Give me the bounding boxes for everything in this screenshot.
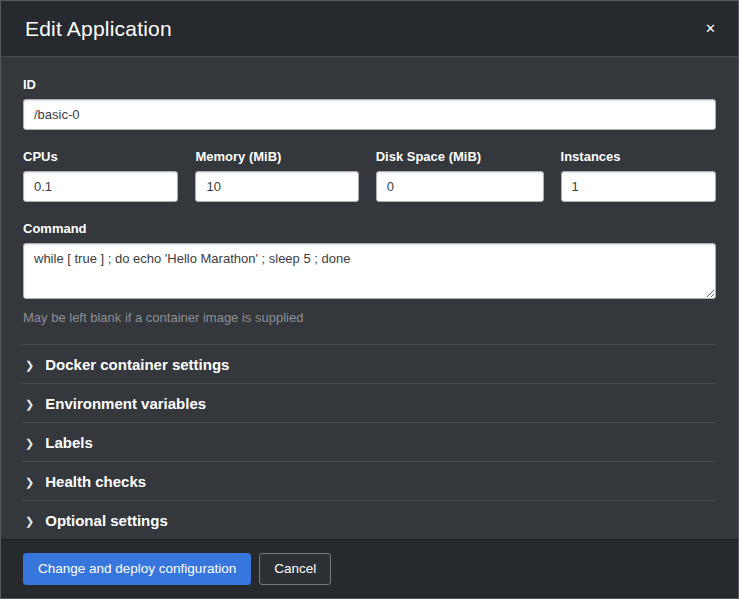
command-label: Command [23,221,716,236]
id-input[interactable] [23,99,716,130]
section-environment-variables[interactable]: ❯ Environment variables [23,383,716,422]
command-field-group: Command while [ true ] ; do echo 'Hello … [23,221,716,325]
memory-field-group: Memory (MiB) [195,149,358,202]
chevron-right-icon: ❯ [25,515,34,526]
section-label: Labels [45,434,93,451]
instances-field-group: Instances [561,149,716,202]
section-label: Health checks [45,473,146,490]
change-and-deploy-button[interactable]: Change and deploy configuration [23,553,251,585]
id-field-group: ID [23,77,716,130]
section-docker-container-settings[interactable]: ❯ Docker container settings [23,344,716,383]
chevron-right-icon: ❯ [25,437,34,448]
disk-label: Disk Space (MiB) [376,149,544,164]
collapsible-sections: ❯ Docker container settings ❯ Environmen… [23,344,716,539]
section-labels[interactable]: ❯ Labels [23,422,716,461]
id-label: ID [23,77,716,92]
cpus-input[interactable] [23,171,178,202]
cpus-label: CPUs [23,149,178,164]
command-textarea[interactable]: while [ true ] ; do echo 'Hello Marathon… [23,243,716,299]
modal-title: Edit Application [25,17,172,40]
section-label: Environment variables [45,395,206,412]
instances-input[interactable] [561,171,716,202]
disk-input[interactable] [376,171,544,202]
memory-label: Memory (MiB) [195,149,358,164]
modal-body: ID CPUs Memory (MiB) Disk Space (MiB) In… [1,57,738,539]
modal-footer: Change and deploy configuration Cancel [1,539,738,598]
resources-row: CPUs Memory (MiB) Disk Space (MiB) Insta… [23,149,716,202]
section-optional-settings[interactable]: ❯ Optional settings [23,500,716,539]
section-label: Optional settings [45,512,168,529]
chevron-right-icon: ❯ [25,398,34,409]
modal-header: Edit Application ✕ [1,1,738,57]
chevron-right-icon: ❯ [25,476,34,487]
section-health-checks[interactable]: ❯ Health checks [23,461,716,500]
memory-input[interactable] [195,171,358,202]
command-help-text: May be left blank if a container image i… [23,310,716,325]
chevron-right-icon: ❯ [25,359,34,370]
instances-label: Instances [561,149,716,164]
section-label: Docker container settings [45,356,229,373]
close-icon[interactable]: ✕ [699,18,722,39]
edit-application-modal: Edit Application ✕ ID CPUs Memory (MiB) … [0,0,739,599]
disk-field-group: Disk Space (MiB) [376,149,544,202]
cpus-field-group: CPUs [23,149,178,202]
cancel-button[interactable]: Cancel [259,553,331,585]
